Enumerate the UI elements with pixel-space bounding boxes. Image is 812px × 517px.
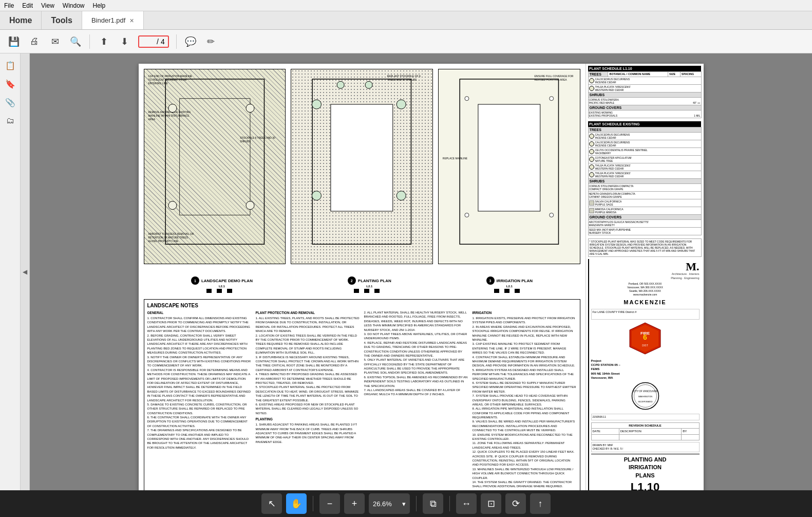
trees-spacing-header: SPACING xyxy=(680,72,701,77)
existing-tree-3: CELTIS OCCIDENTALIS PRAIRIE SENTINELHACK… xyxy=(588,148,701,156)
fit-width-icon: ↔ xyxy=(462,498,471,509)
shrubs-section-new: SHRUBS xyxy=(588,93,701,98)
cursor-icon: ↖ xyxy=(268,498,276,509)
page-input[interactable]: 1 xyxy=(142,38,155,46)
sheet-number: L1.10 xyxy=(591,479,700,490)
planting-plan-svg xyxy=(291,69,432,264)
planting-plan-title: PLANTING PLAN xyxy=(358,279,391,283)
sidebar-tool-bookmark[interactable]: 🔖 xyxy=(3,76,18,91)
notes-planting-title: PLANTING xyxy=(256,417,360,421)
existing-shrub-1: CORNUS STOLONIFERA COMPACTACOMPACT OREGO… xyxy=(588,184,701,192)
firm-logo: M. xyxy=(591,261,700,272)
save-button[interactable]: 💾 xyxy=(5,33,23,50)
svg-point-8 xyxy=(312,100,322,109)
search-button[interactable]: 🔍 xyxy=(67,33,84,50)
tab-close-button[interactable]: × xyxy=(129,16,134,25)
landscape-notes: LANDSCAPE NOTES GENERAL 1. CONTRACTOR SH… xyxy=(144,299,580,490)
export-button[interactable]: ↑ xyxy=(530,493,551,514)
trees-section-existing: TREES xyxy=(588,127,701,133)
menu-help[interactable]: Help xyxy=(93,2,106,9)
ground-cover-row-1: EXISTING MOWINGEXISTING PROPOSALS1 MIL xyxy=(588,110,701,118)
cursor-tool-button[interactable]: ↖ xyxy=(261,493,282,514)
bottom-separator-1 xyxy=(313,496,313,511)
revision-table: REVISION SCHEDULE DATEDESCRIPTIONBY xyxy=(591,422,700,440)
svg-text:6: 6 xyxy=(643,333,647,341)
irrigation-scale-bar xyxy=(494,289,525,293)
svg-point-2 xyxy=(168,104,176,113)
bottom-separator-3 xyxy=(449,496,450,511)
svg-rect-15 xyxy=(478,104,540,211)
pdf-page: CAP END OF IRRIGATION MAINLINE TO PREVEN… xyxy=(139,64,704,490)
toolbar-separator-1 xyxy=(89,34,90,49)
menu-file[interactable]: File xyxy=(4,2,14,9)
notes-irrigation: IRRIGATION 1. IRRIGATION EXISTS, PRESERV… xyxy=(473,310,577,489)
notes-general-4: 4. CONTRACTOR IS RESPONSIBLE FOR DETERMI… xyxy=(147,368,252,402)
existing-ground-2: SEED MIX (NOT MAP) FURPSHINENURSERY STOC… xyxy=(588,228,701,235)
next-page-button[interactable]: ⬇ xyxy=(116,33,133,50)
plant-schedule-new-header: PLANT SCHEDULE L1.10 xyxy=(588,66,701,72)
notes-general: GENERAL 1. CONTRACTOR SHALL CONFIRM ALL … xyxy=(147,310,252,489)
notes-title: LANDSCAPE NOTES xyxy=(147,303,577,308)
comment-button[interactable]: 💬 xyxy=(182,33,199,50)
sidebar-tool-layers[interactable]: 🗂 xyxy=(3,113,18,128)
notes-general-7: 7. THE DRAWINGS AND SPECIFICATIONS ARE D… xyxy=(147,428,252,450)
fit-width-button[interactable]: ↔ xyxy=(456,493,477,514)
copy-tool-button[interactable]: ⧉ xyxy=(423,493,443,514)
city-seal-container: CITY OF VANCOUVER WASHINGTON INCORPORATE… xyxy=(591,382,700,411)
demo-plan-ref: L2.1 xyxy=(191,285,253,288)
svg-point-5 xyxy=(246,201,254,210)
tab-document[interactable]: Binder1.pdf × xyxy=(82,11,144,29)
demo-plan-title: LANDSCAPE DEMO PLAN xyxy=(201,279,253,283)
notes-general-5: 5. DAMAGE TO EXISTING CONCRETE CURBS, CO… xyxy=(147,402,252,415)
irrigation-plan: ENSURE FULL COVERAGE FOR REVISED PLANTIN… xyxy=(438,69,580,264)
rotate-button[interactable]: ⟳ xyxy=(505,493,526,514)
plans-row: CAP END OF IRRIGATION MAINLINE TO PREVEN… xyxy=(144,69,580,264)
irrigation-plan-ref: L2.1 xyxy=(486,285,533,288)
document-view[interactable]: CAP END OF IRRIGATION MAINLINE TO PREVEN… xyxy=(30,53,812,490)
print-button[interactable]: 🖨 xyxy=(26,33,43,50)
right-panel: PLANT SCHEDULE L1.10 TREES BOTANICAL / C… xyxy=(586,64,704,490)
notes-general-2: 2. BEFORE GRADING, CONTRACTOR SHALL VERI… xyxy=(147,334,252,355)
rotate-icon: ⟳ xyxy=(512,498,520,509)
demo-scale-bar xyxy=(206,289,237,293)
city-seal-svg: CITY OF VANCOUVER WASHINGTON INCORPORATE… xyxy=(631,382,659,410)
hand-tool-button[interactable]: ✋ xyxy=(286,493,307,514)
menu-window[interactable]: Window xyxy=(63,2,85,9)
menu-edit[interactable]: Edit xyxy=(22,2,33,9)
zoom-value: 26.6% xyxy=(373,500,392,508)
existing-tree-6: THUJA PLICATA 'VIRESCENS'WESTERN RED CED… xyxy=(588,171,701,179)
shrubs-section-existing: SHRUBS xyxy=(588,179,701,184)
svg-rect-7 xyxy=(331,104,393,211)
zoom-display[interactable]: 26.6% ▾ xyxy=(369,493,410,514)
plant-schedule-existing-table: PLANT SCHEDULE EXISTING TREES CALOCEDRUS… xyxy=(588,121,702,235)
left-nav-arrow[interactable]: ◀ xyxy=(21,53,30,490)
fire-district-logo: FIRE 6 DIST xyxy=(591,322,700,356)
draw-button[interactable]: ✏ xyxy=(202,33,220,50)
zoom-out-button[interactable]: − xyxy=(319,493,340,514)
notes-general-text: 1. CONTRACTOR SHALL CONFIRM ALL DIMENSIO… xyxy=(147,316,252,334)
tab-tools[interactable]: Tools xyxy=(42,11,82,29)
notes-protection-title: PLANT PROTECTION AND REMOVAL xyxy=(256,310,360,315)
menu-view[interactable]: View xyxy=(41,2,54,9)
existing-tree-5: THUJA PLICATA 'VIRESCENS'WESTERN RED CED… xyxy=(588,163,701,171)
email-button[interactable]: ✉ xyxy=(46,33,64,50)
fit-page-button[interactable]: ⊡ xyxy=(481,493,501,514)
svg-rect-1 xyxy=(179,99,250,215)
existing-tree-2: CALOCEDRUS DECURRENSINCENSE CEDAR xyxy=(588,140,701,148)
planting-plan-footer: 2 PLANTING PLAN L2.1 xyxy=(348,276,391,294)
planting-plan: REPLANT STOCKPILE OF 6 TREES AND 30 SHRU… xyxy=(291,69,433,264)
existing-tree-1: CALOCEDRUS DECURRENSINCENSE CEDAR xyxy=(588,133,701,140)
stockpile-note: * STOCKPILED PLANT MATERIAL WAS SIZED TO… xyxy=(588,238,702,257)
tab-home[interactable]: Home xyxy=(0,11,42,29)
project-metadata: 2150508.11 xyxy=(591,414,700,420)
sidebar-tool-attach[interactable]: 📎 xyxy=(3,95,18,110)
sidebar-tool-copy[interactable]: 📋 xyxy=(3,58,18,73)
prev-page-button[interactable]: ⬆ xyxy=(95,33,112,50)
zoom-in-button[interactable]: + xyxy=(344,493,365,514)
existing-shrub-4: MIMOSA CALIFORNICAPURPLE MIMOSA xyxy=(588,207,701,215)
existing-shrub-2: NEPETA GRANDIFLORUM COMPACTACATMINT OREG… xyxy=(588,192,701,199)
tab-bar: Home Tools Binder1.pdf × xyxy=(0,11,812,30)
page-total: 4 xyxy=(161,38,165,46)
notes-columns: GENERAL 1. CONTRACTOR SHALL CONFIRM ALL … xyxy=(147,310,577,489)
menu-bar: File Edit View Window Help xyxy=(0,0,812,11)
